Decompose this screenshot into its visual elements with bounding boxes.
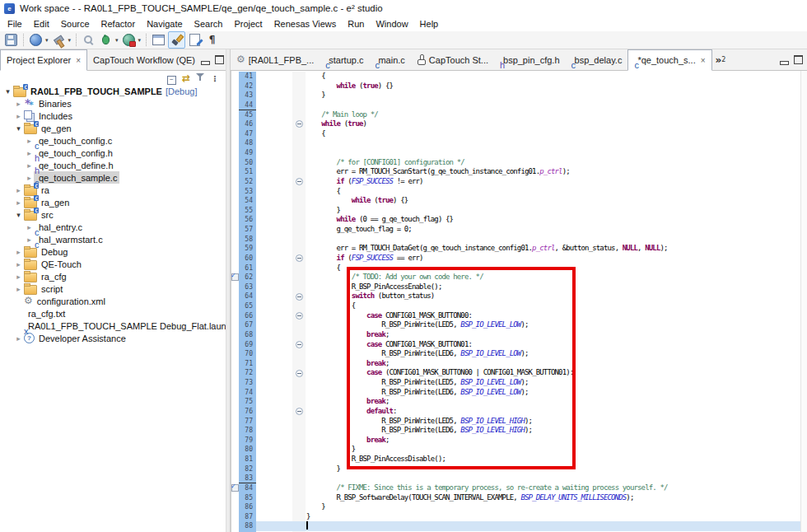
code-line-text[interactable] (306, 148, 807, 158)
code-line-text[interactable] (306, 138, 807, 148)
code-line-text[interactable]: while (0 == g_qe_touch_flag) {} (306, 215, 807, 225)
fold-collapse-icon[interactable] (296, 370, 303, 377)
code-line-59[interactable]: 59 err = RM_TOUCH_DataGet(g_qe_touch_ins… (231, 244, 807, 254)
code-line-text[interactable]: default: (306, 407, 807, 417)
line-number[interactable]: 67 (239, 320, 256, 330)
line-number[interactable]: 50 (239, 158, 256, 168)
code-line-text[interactable]: R_BSP_SoftwareDelay(TOUCH_SCAN_INTERVAL_… (306, 493, 807, 503)
code-line-text[interactable]: break; (306, 330, 807, 340)
dropdown-arrow-icon[interactable]: ▾ (115, 37, 119, 44)
task-marker-icon[interactable] (231, 273, 239, 281)
code-line-text[interactable]: R_BSP_PinWrite(LED6, BSP_IO_LEVEL_LOW); (306, 349, 807, 359)
panel-toolbar-view-menu-button[interactable]: ⋮ (211, 70, 219, 85)
tree-item-qe-touch[interactable]: ▸QE-Touch (0, 258, 226, 270)
code-line-66[interactable]: 66 case CONFIG01_MASK_BUTTON00: (231, 311, 807, 321)
tree-chevron-icon[interactable]: ▸ (25, 236, 34, 244)
code-line-72[interactable]: 72 case (CONFIG01_MASK_BUTTON00 | CONFIG… (231, 368, 807, 378)
code-line-text[interactable] (306, 521, 807, 531)
code-line-text[interactable]: } (306, 91, 807, 100)
fold-collapse-icon[interactable] (296, 254, 303, 262)
dropdown-arrow-icon[interactable]: ▾ (138, 37, 142, 44)
toolbar-code-generate-button[interactable] (187, 32, 203, 48)
line-number[interactable]: 55 (239, 206, 256, 216)
code-line-85[interactable]: 85 R_BSP_SoftwareDelay(TOUCH_SCAN_INTERV… (231, 493, 807, 503)
code-line-text[interactable]: while (true) {} (306, 196, 807, 206)
tree-chevron-icon[interactable]: ▸ (14, 273, 23, 281)
code-line-58[interactable]: 58 (231, 235, 807, 245)
line-number[interactable]: 63 (239, 282, 256, 292)
code-line-42[interactable]: 42 while (true) {} (231, 82, 807, 91)
menu-run[interactable]: Run (342, 17, 370, 30)
code-line-79[interactable]: 79 break; (231, 436, 807, 446)
code-line-text[interactable]: R_BSP_PinAccessEnable(); (306, 282, 807, 292)
dropdown-arrow-icon[interactable]: ▾ (45, 37, 49, 44)
code-line-text[interactable]: break; (306, 359, 807, 369)
dropdown-arrow-icon[interactable]: ▾ (68, 37, 72, 44)
code-line-76[interactable]: 76 default: (231, 407, 807, 417)
code-line-83[interactable]: 83 (231, 474, 807, 483)
tree-item-ra-gen[interactable]: ▸ra_gen (0, 196, 226, 208)
fold-ruler-cell[interactable] (292, 407, 306, 417)
line-number[interactable]: 51 (239, 167, 256, 177)
tree-item-binaries[interactable]: ▸Binaries (0, 97, 226, 110)
line-number[interactable]: 58 (239, 235, 256, 245)
code-line-53[interactable]: 53 { (231, 187, 807, 197)
line-number[interactable]: 65 (239, 301, 256, 311)
fold-ruler-cell[interactable] (292, 340, 306, 350)
code-line-text[interactable]: } (306, 464, 807, 474)
code-line-text[interactable]: err = RM_TOUCH_ScanStart(g_qe_touch_inst… (306, 167, 807, 177)
line-number[interactable]: 78 (239, 426, 256, 436)
fold-collapse-icon[interactable] (296, 293, 303, 301)
line-number[interactable]: 66 (239, 311, 256, 321)
panel-toolbar-filter-button[interactable] (196, 70, 205, 85)
code-line-text[interactable]: /* for [CONFIG01] configuration */ (306, 158, 807, 168)
menu-source[interactable]: Source (55, 17, 96, 30)
panel-tab-captouch-workflow-qe[interactable]: CapTouch Workflow (QE) (87, 49, 201, 70)
fold-collapse-icon[interactable] (296, 408, 303, 415)
line-number[interactable]: 76 (239, 407, 256, 417)
code-line-text[interactable]: while (true) (306, 119, 807, 129)
code-line-text[interactable] (306, 100, 807, 110)
line-number[interactable]: 74 (239, 388, 256, 398)
code-line-text[interactable]: } (306, 445, 807, 455)
panel-tab-project-explorer[interactable]: Project Explorer× (0, 49, 87, 71)
code-line-text[interactable]: R_BSP_PinWrite(LED5, BSP_IO_LEVEL_LOW); (306, 320, 807, 330)
code-line-63[interactable]: 63 R_BSP_PinAccessEnable(); (231, 282, 807, 292)
code-line-78[interactable]: 78 R_BSP_PinWrite(LED6, BSP_IO_LEVEL_HIG… (231, 426, 807, 436)
tree-item-configuration-xml[interactable]: ⚙configuration.xml (0, 295, 226, 307)
code-line-text[interactable]: if (FSP_SUCCESS != err) (306, 177, 807, 187)
panel-toolbar-collapse-all-button[interactable]: − (167, 70, 176, 85)
editor-tab-captouch-st[interactable]: CapTouch St... (411, 49, 494, 70)
code-line-text[interactable]: { (306, 264, 807, 273)
code-line-45[interactable]: 45 /* Main loop */ (231, 110, 807, 120)
tree-item-hal-entry-c[interactable]: ▸hal_entry.c (0, 221, 226, 233)
line-number[interactable]: 42 (239, 82, 256, 91)
code-line-52[interactable]: 52 if (FSP_SUCCESS != err) (231, 177, 807, 187)
code-line-65[interactable]: 65 { (231, 301, 807, 311)
line-number[interactable]: 73 (239, 378, 256, 388)
panel-toolbar-link-with-editor-button[interactable]: ⇄ (182, 70, 190, 85)
toolbar-save-button[interactable] (3, 32, 19, 48)
code-line-80[interactable]: 80 } (231, 445, 807, 455)
tree-chevron-icon[interactable]: ▸ (14, 186, 23, 194)
code-line-text[interactable]: /* Main loop */ (306, 110, 807, 120)
tree-item-debug[interactable]: ▸Debug (0, 245, 226, 258)
overview-ruler[interactable] (800, 71, 807, 532)
line-number[interactable]: 79 (239, 436, 256, 446)
code-line-75[interactable]: 75 break; (231, 397, 807, 407)
minimize-icon[interactable] (780, 61, 789, 65)
menu-project[interactable]: Project (228, 17, 268, 30)
tree-item-ra-cfg[interactable]: ▸ra_cfg (0, 270, 226, 282)
editor-tab-bsp-pin-cfg-h[interactable]: bsp_pin_cfg.h (494, 49, 566, 70)
code-line-text[interactable]: err = RM_TOUCH_DataGet(g_qe_touch_instan… (306, 244, 807, 254)
code-line-55[interactable]: 55 } (231, 206, 807, 216)
line-number[interactable]: 71 (239, 359, 256, 369)
tree-chevron-icon[interactable]: ▸ (14, 112, 23, 120)
menu-window[interactable]: Window (370, 17, 413, 30)
maximize-icon[interactable] (794, 55, 803, 64)
code-line-74[interactable]: 74 R_BSP_PinWrite(LED6, BSP_IO_LEVEL_LOW… (231, 388, 807, 398)
toolbar-qe-run-button[interactable] (121, 32, 137, 48)
close-icon[interactable]: × (701, 56, 706, 65)
toolbar-search-button[interactable] (81, 32, 96, 48)
code-line-text[interactable]: } (306, 512, 807, 522)
